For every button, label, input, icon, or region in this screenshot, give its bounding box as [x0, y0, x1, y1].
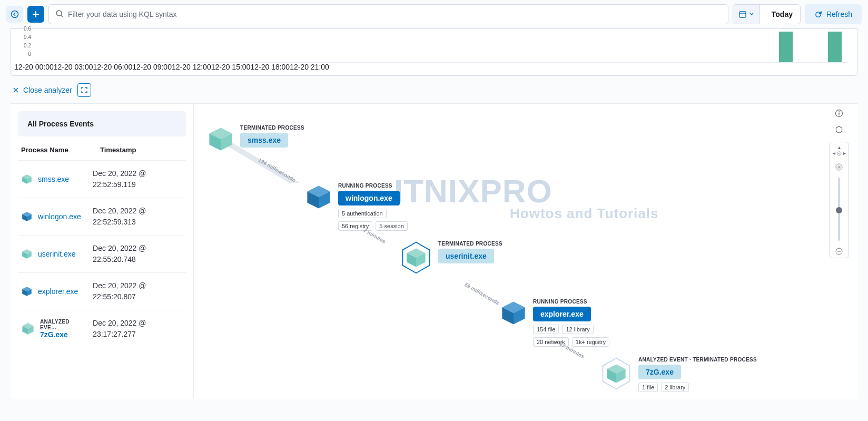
kql-search-input[interactable]: [68, 10, 722, 18]
table-row[interactable]: userinit.exeDec 20, 2022 @ 22:55:20.748: [18, 235, 186, 272]
event-count-pill[interactable]: 5 session: [376, 221, 407, 231]
info-icon[interactable]: [835, 109, 843, 120]
cube-icon: [599, 357, 633, 390]
pan-right-button[interactable]: ▸: [842, 150, 847, 156]
event-count-pill[interactable]: 12 library: [562, 325, 593, 334]
table-row[interactable]: ANALYZED EVE…7zG.exeDec 20, 2022 @ 23:17…: [18, 310, 186, 347]
refresh-button[interactable]: Refresh: [805, 4, 862, 24]
pan-up-button[interactable]: ▴: [836, 144, 842, 150]
table-row[interactable]: explorer.exeDec 20, 2022 @ 22:55:20.807: [18, 272, 186, 310]
process-node-smss[interactable]: TERMINATED PROCESSsmss.exe: [206, 125, 304, 153]
close-analyzer-link[interactable]: Close analyzer: [13, 86, 72, 94]
add-filter-button[interactable]: [27, 6, 44, 23]
col-timestamp: Timestamp: [100, 146, 136, 154]
timestamp-cell: Dec 20, 2022 @ 22:52:59.119: [93, 168, 183, 190]
timestamp-cell: Dec 20, 2022 @ 22:55:20.748: [93, 243, 183, 265]
process-name-cell[interactable]: ANALYZED EVE…7zG.exe: [21, 319, 87, 339]
zoom-in-button[interactable]: [835, 163, 843, 171]
kql-search-box[interactable]: [48, 4, 728, 24]
x-tick: 12-20 00:00: [14, 63, 54, 71]
process-name-cell[interactable]: winlogon.exe: [21, 211, 87, 222]
zoom-out-button[interactable]: [835, 247, 843, 256]
cube-icon: [399, 241, 433, 275]
date-label[interactable]: Today: [764, 10, 800, 18]
svg-point-1: [56, 11, 62, 16]
edge-duration-label: 194 milliseconds: [258, 157, 297, 183]
process-name-cell[interactable]: userinit.exe: [21, 248, 87, 260]
process-node-userinit[interactable]: TERMINATED PROCESSuserinit.exe: [399, 241, 502, 275]
collapse-sidebar-button[interactable]: [6, 6, 23, 23]
refresh-icon: [814, 11, 822, 18]
node-name[interactable]: winlogon.exe: [338, 191, 400, 205]
pan-left-button[interactable]: ◂: [831, 150, 836, 156]
search-icon: [55, 9, 64, 19]
sidebar-title: All Process Events: [18, 111, 186, 136]
process-tree-canvas[interactable]: ITNIXPRO Howtos and Tutorials TERMINATED…: [194, 104, 857, 399]
node-state-label: RUNNING PROCESS: [338, 183, 422, 189]
node-state-label: TERMINATED PROCESS: [438, 241, 502, 247]
timestamp-cell: Dec 20, 2022 @ 22:52:59.313: [93, 205, 183, 228]
event-count-pill[interactable]: 1k+ registry: [572, 337, 609, 347]
x-tick: 12-20 03:00: [54, 63, 93, 71]
process-node-7zg[interactable]: ANALYZED EVENT · TERMINATED PROCESS7zG.e…: [599, 357, 757, 392]
cube-icon: [499, 299, 528, 327]
process-name-cell[interactable]: explorer.exe: [21, 286, 87, 297]
calendar-icon[interactable]: [733, 5, 760, 24]
time-histogram: 0.60.40.20 12-20 00:0012-20 03:0012-20 0…: [11, 28, 857, 76]
svg-rect-2: [739, 12, 746, 17]
topbar: Today Refresh: [0, 0, 868, 28]
x-tick: 12-20 15:00: [211, 63, 251, 71]
date-picker[interactable]: Today: [733, 4, 801, 24]
node-state-label: ANALYZED EVENT · TERMINATED PROCESS: [638, 357, 757, 363]
process-node-explorer[interactable]: RUNNING PROCESSexplorer.exe154 file12 li…: [499, 299, 617, 347]
edge-duration-label: 59 milliseconds: [463, 281, 500, 306]
close-icon: [13, 87, 19, 93]
zoom-slider[interactable]: [838, 178, 840, 241]
event-count-pill[interactable]: 5 authentication: [338, 209, 387, 218]
watermark: ITNIXPRO Howtos and Tutorials: [394, 172, 658, 222]
node-name[interactable]: smss.exe: [240, 133, 288, 148]
x-tick: 12-20 21:00: [290, 63, 329, 71]
x-tick: 12-20 18:00: [250, 63, 290, 71]
canvas-controls: ▴ ◂◎▸ ▾: [829, 109, 849, 258]
node-name[interactable]: explorer.exe: [533, 307, 591, 321]
x-tick: 12-20 06:00: [93, 63, 132, 71]
histogram-bar[interactable]: [828, 32, 842, 62]
node-state-label: TERMINATED PROCESS: [240, 125, 304, 131]
svg-point-0: [12, 11, 18, 18]
process-events-sidebar: All Process Events Process Name Timestam…: [11, 104, 194, 399]
process-name-cell[interactable]: smss.exe: [21, 173, 87, 185]
event-count-pill[interactable]: 2 library: [661, 383, 689, 392]
cube-icon: [304, 183, 333, 211]
event-count-pill[interactable]: 154 file: [533, 325, 559, 334]
pan-zoom-control[interactable]: ▴ ◂◎▸ ▾: [829, 142, 849, 258]
col-process-name: Process Name: [21, 146, 100, 154]
node-name[interactable]: 7zG.exe: [638, 365, 681, 379]
x-tick: 12-20 09:00: [132, 63, 172, 71]
hexagon-icon[interactable]: [835, 125, 843, 136]
node-name[interactable]: userinit.exe: [438, 249, 494, 263]
cube-icon: [206, 125, 235, 153]
process-node-winlogon[interactable]: RUNNING PROCESSwinlogon.exe5 authenticat…: [304, 183, 422, 231]
recenter-button[interactable]: ◎: [836, 150, 842, 156]
analyzer-toolbar: Close analyzer: [0, 76, 868, 101]
table-row[interactable]: smss.exeDec 20, 2022 @ 22:52:59.119: [18, 160, 186, 198]
timestamp-cell: Dec 20, 2022 @ 22:55:20.807: [93, 280, 183, 302]
table-row[interactable]: winlogon.exeDec 20, 2022 @ 22:52:59.313: [18, 198, 186, 235]
x-tick: 12-20 12:00: [172, 63, 211, 71]
histogram-bar[interactable]: [779, 32, 793, 62]
timestamp-cell: Dec 20, 2022 @ 23:17:27.277: [93, 318, 183, 340]
event-count-pill[interactable]: 20 network: [533, 337, 569, 347]
event-count-pill[interactable]: 1 file: [638, 383, 658, 392]
event-count-pill[interactable]: 56 registry: [338, 221, 372, 231]
fullscreen-button[interactable]: [77, 83, 91, 97]
node-state-label: RUNNING PROCESS: [533, 299, 617, 305]
